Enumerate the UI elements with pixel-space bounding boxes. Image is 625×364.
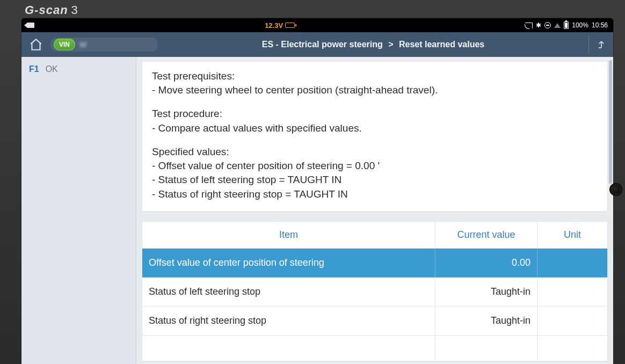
instruction-panel: Test prerequisites: - Move steering whee…	[142, 61, 608, 212]
table-row-empty	[142, 336, 607, 361]
breadcrumb-function: Reset learned values	[399, 40, 484, 49]
function-key-sidebar: F1 OK	[21, 57, 136, 364]
cell-item: Status of left steering stop	[142, 278, 435, 307]
sidebar-item-ok[interactable]: F1 OK	[21, 57, 136, 82]
app-toolbar: VIN W ES - Electrical power steering > R…	[21, 32, 613, 57]
cell-unit	[537, 249, 607, 278]
bluetooth-icon: ✱	[536, 21, 541, 29]
cell-value: Taught-in	[435, 278, 537, 307]
battery-percent: 100%	[572, 21, 588, 29]
instruction-line: - Offset value of center position of ste…	[152, 159, 598, 173]
android-status-bar: 12.3V ✱ 100% 10:56	[21, 18, 613, 32]
instruction-group-specified: Specified values: - Offset value of cent…	[152, 145, 598, 201]
brand-model: 3	[71, 3, 78, 17]
cell-value: 0.00	[435, 249, 537, 278]
home-icon	[29, 38, 43, 52]
cell-unit	[537, 307, 607, 336]
col-header-item: Item	[142, 222, 435, 249]
cell-item: Status of right steering stop	[142, 307, 435, 336]
do-not-disturb-icon	[544, 22, 551, 28]
home-button[interactable]	[28, 37, 44, 53]
cell-value: Taught-in	[435, 307, 537, 336]
instruction-line: - Status of right steering stop = TAUGHT…	[152, 187, 598, 201]
brand-name: G-scan	[25, 3, 68, 17]
cell-item: Offset value of center position of steer…	[142, 249, 435, 278]
instruction-group-prerequisites: Test prerequisites: - Move steering whee…	[152, 69, 598, 97]
instruction-line: - Status of left steering stop = TAUGHT …	[152, 173, 598, 187]
vehicle-battery-icon	[285, 23, 295, 28]
back-up-button[interactable]	[588, 35, 607, 54]
table-row[interactable]: Status of right steering stop Taught-in	[142, 307, 607, 336]
sidebar-item-label: OK	[46, 64, 58, 74]
function-key-label: F1	[29, 64, 39, 74]
main-content: Test prerequisites: - Move steering whee…	[136, 57, 613, 364]
vin-badge: VIN	[54, 39, 75, 50]
instruction-line: - Compare actual values with specified v…	[152, 121, 598, 135]
up-arrow-icon	[596, 39, 607, 50]
wifi-icon	[554, 23, 561, 28]
table-row[interactable]: Status of left steering stop Taught-in	[142, 278, 607, 307]
table-row[interactable]: Offset value of center position of steer…	[142, 249, 607, 278]
breadcrumb: ES - Electrical power steering > Reset l…	[164, 40, 582, 49]
vin-value: W	[79, 40, 88, 49]
instruction-line: - Move steering wheel to center position…	[152, 83, 598, 97]
instruction-group-procedure: Test procedure: - Compare actual values …	[152, 107, 598, 135]
col-header-unit: Unit	[537, 222, 607, 249]
tablet-screen: 12.3V ✱ 100% 10:56 VIN W ES - E	[21, 18, 613, 364]
vin-field[interactable]: VIN W	[50, 38, 158, 52]
breadcrumb-separator: >	[385, 40, 396, 49]
battery-icon	[564, 21, 569, 29]
group-title: Specified values:	[152, 145, 598, 159]
breadcrumb-system: ES - Electrical power steering	[262, 40, 383, 49]
cast-icon	[525, 23, 533, 28]
vehicle-voltage: 12.3V	[265, 21, 283, 30]
tablet-camera	[612, 186, 620, 193]
group-title: Test prerequisites:	[152, 69, 598, 83]
values-table: Item Current value Unit Offset value of …	[142, 221, 608, 362]
clock: 10:56	[592, 21, 608, 29]
cell-unit	[537, 278, 607, 307]
group-title: Test procedure:	[152, 107, 598, 121]
col-header-value: Current value	[435, 222, 537, 249]
recording-icon	[27, 23, 34, 28]
scrollbar[interactable]	[609, 60, 612, 184]
table-header-row: Item Current value Unit	[142, 222, 607, 249]
